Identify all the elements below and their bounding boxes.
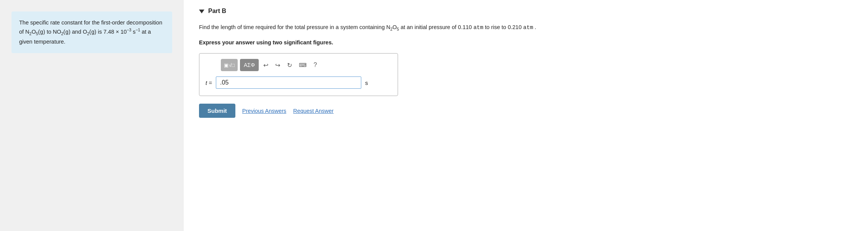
- answer-box: ▣ √□ ΑΣΦ ↩ ↪ ↻ ⌨: [199, 53, 398, 96]
- refresh-button[interactable]: ↻: [285, 59, 294, 71]
- undo-icon: ↩: [263, 62, 268, 69]
- action-row: Submit Previous Answers Request Answer: [199, 104, 853, 118]
- greek-icon: ΑΣΦ: [244, 62, 255, 68]
- question-text: Find the length of time required for the…: [199, 23, 543, 33]
- right-panel: Part B Find the length of time required …: [184, 0, 868, 231]
- undo-button[interactable]: ↩: [261, 59, 271, 71]
- help-button[interactable]: ?: [311, 59, 319, 71]
- sqrt-icon: √□: [229, 62, 235, 68]
- keyboard-button[interactable]: ⌨: [297, 59, 309, 71]
- chevron-down-icon: [199, 10, 204, 13]
- request-answer-button[interactable]: Request Answer: [293, 108, 334, 114]
- context-box: The specific rate constant for the first…: [11, 11, 172, 53]
- answer-input[interactable]: [216, 76, 361, 89]
- redo-icon: ↪: [275, 62, 280, 69]
- part-b-title: Part B: [208, 8, 226, 15]
- redo-button[interactable]: ↪: [273, 59, 282, 71]
- page-container: The specific rate constant for the first…: [0, 0, 868, 231]
- left-panel: The specific rate constant for the first…: [0, 0, 184, 231]
- help-icon: ?: [313, 62, 317, 68]
- input-label: t =: [206, 80, 212, 86]
- input-unit: s: [365, 80, 368, 86]
- toolbar: ▣ √□ ΑΣΦ ↩ ↪ ↻ ⌨: [206, 59, 392, 71]
- input-row: t = s: [206, 76, 392, 89]
- keyboard-icon: ⌨: [299, 62, 307, 68]
- toolbar-btn-group: ▣ √□: [221, 59, 238, 71]
- greek-button[interactable]: ΑΣΦ: [240, 59, 259, 71]
- part-b-header: Part B: [199, 8, 853, 15]
- matrix-button[interactable]: ▣ √□: [221, 59, 238, 71]
- matrix-icon: ▣: [224, 62, 228, 68]
- submit-button[interactable]: Submit: [199, 104, 235, 118]
- previous-answers-button[interactable]: Previous Answers: [242, 108, 286, 114]
- instruction-text: Express your answer using two significan…: [199, 39, 853, 46]
- context-text: The specific rate constant for the first…: [19, 20, 162, 45]
- refresh-icon: ↻: [287, 62, 292, 69]
